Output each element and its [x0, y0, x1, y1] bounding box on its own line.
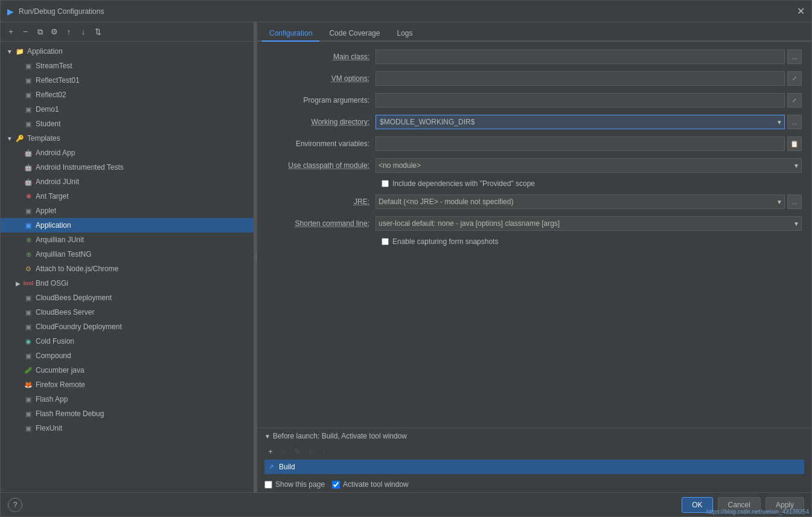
android-icon: 🤖: [24, 148, 33, 158]
vm-options-input-wrap: ⤢: [376, 71, 802, 86]
tree-item-student[interactable]: ▣ Student: [1, 117, 254, 131]
env-vars-input-wrap: 📋: [376, 136, 802, 151]
main-class-input-wrap: …: [376, 50, 802, 64]
bl-add-button[interactable]: +: [264, 445, 277, 457]
spacer: [14, 149, 22, 157]
footer-url: https://blog.csdn.net/weixin_43139254: [706, 509, 809, 515]
bl-edit-button[interactable]: ✎: [291, 445, 303, 457]
bl-remove-button[interactable]: −: [278, 445, 290, 457]
tree-item-cold-fusion[interactable]: ◉ Cold Fusion: [1, 334, 254, 348]
tree-label: StreamTest: [36, 62, 72, 70]
template-icon: 🔑: [15, 133, 25, 143]
classpath-label: Use classpath of module:: [267, 161, 376, 170]
tree-item-flexunit[interactable]: ▣ FlexUnit: [1, 421, 254, 435]
show-page-label[interactable]: Show this page: [275, 480, 325, 489]
bl-item-build[interactable]: ↗ Build: [264, 460, 804, 474]
program-args-row: Program arguments: ⤢: [267, 92, 802, 108]
tree-item-attach-node[interactable]: ⚙ Attach to Node.js/Chrome: [1, 262, 254, 276]
tree-item-demo1[interactable]: ▣ Demo1: [1, 102, 254, 117]
cloudfoundry-icon: ▣: [24, 322, 33, 332]
config-tree[interactable]: ▼ 📁 Application ▣ StreamTest ▣ ReflectTe…: [1, 42, 254, 492]
enable-capturing-label[interactable]: Enable capturing form snapshots: [392, 237, 498, 246]
tree-item-cloudfoundry[interactable]: ▣ CloudFoundry Deployment: [1, 320, 254, 334]
move-down-button[interactable]: ↓: [77, 25, 90, 39]
enable-capturing-checkbox[interactable]: [382, 238, 389, 245]
tree-item-bnd-osgi[interactable]: ▶ bnd Bnd OSGi: [1, 276, 254, 291]
tree-item-android-junit[interactable]: 🤖 Android JUnit: [1, 175, 254, 189]
jre-select[interactable]: Default (<no JRE> - module not specified…: [376, 194, 785, 209]
tree-item-flash-app[interactable]: ▣ Flash App: [1, 392, 254, 406]
tree-item-application[interactable]: ▣ Application: [1, 218, 254, 233]
working-dir-browse-button[interactable]: …: [787, 115, 802, 129]
tree-label: CloudBees Server: [36, 308, 94, 316]
close-button[interactable]: ✕: [794, 5, 807, 18]
before-launch-header[interactable]: ▼ Before launch: Build, Activate tool wi…: [257, 428, 811, 444]
program-args-input[interactable]: [376, 93, 785, 108]
tree-label: Compound: [36, 352, 71, 360]
spacer: [14, 308, 22, 316]
bl-down-button[interactable]: ↓: [318, 445, 330, 457]
program-args-expand-button[interactable]: ⤢: [787, 93, 802, 108]
spacer: [14, 323, 22, 331]
spacer: [14, 236, 22, 244]
spacer: [14, 91, 22, 99]
vm-options-expand-button[interactable]: ⤢: [787, 71, 802, 86]
tree-item-flash-remote-debug[interactable]: ▣ Flash Remote Debug: [1, 406, 254, 421]
help-button[interactable]: ?: [8, 498, 22, 512]
tree-label: Templates: [27, 134, 60, 143]
tree-item-reflecttest01[interactable]: ▣ ReflectTest01: [1, 73, 254, 88]
run-icon: ▣: [24, 119, 33, 129]
tree-item-reflect02[interactable]: ▣ Reflect02: [1, 88, 254, 102]
tree-item-cloudbees-server[interactable]: ▣ CloudBees Server: [1, 305, 254, 320]
working-dir-input[interactable]: [376, 115, 785, 129]
show-page-checkbox[interactable]: [264, 481, 272, 489]
activate-tool-window-label[interactable]: Activate tool window: [343, 480, 409, 489]
activate-tool-window-checkbox[interactable]: [332, 481, 340, 489]
tree-item-templates-group[interactable]: ▼ 🔑 Templates: [1, 131, 254, 146]
remove-config-button[interactable]: −: [19, 25, 32, 39]
main-class-input[interactable]: [376, 50, 785, 64]
tree-item-applet[interactable]: ▣ Applet: [1, 204, 254, 218]
settings-config-button[interactable]: ⚙: [48, 25, 61, 39]
spacer: [14, 250, 22, 258]
add-config-button[interactable]: +: [4, 25, 18, 39]
bl-up-button[interactable]: ↑: [304, 445, 316, 457]
main-class-browse-button[interactable]: …: [787, 50, 802, 64]
build-icon: ↗: [267, 463, 275, 471]
tree-item-android-instrumented[interactable]: 🤖 Android Instrumented Tests: [1, 160, 254, 175]
run-icon: ▣: [24, 90, 33, 100]
classpath-select[interactable]: <no module>: [376, 158, 802, 173]
tree-item-application-group[interactable]: ▼ 📁 Application: [1, 44, 254, 59]
tree-item-arquillian-junit[interactable]: ⊕ Arquillian JUnit: [1, 233, 254, 247]
tree-label: Demo1: [36, 105, 59, 114]
tree-item-cucumber-java[interactable]: 🥒 Cucumber java: [1, 363, 254, 377]
tree-item-cloudbees-deployment[interactable]: ▣ CloudBees Deployment: [1, 291, 254, 305]
vm-options-input[interactable]: [376, 71, 785, 86]
env-vars-browse-button[interactable]: 📋: [787, 136, 802, 151]
left-panel: + − ⧉ ⚙ ↑ ↓ ⇅ ▼ 📁 Application ▣: [1, 22, 254, 492]
tab-code-coverage[interactable]: Code Coverage: [322, 26, 387, 42]
env-vars-input[interactable]: [376, 136, 785, 151]
tree-item-streamtest[interactable]: ▣ StreamTest: [1, 59, 254, 73]
left-toolbar: + − ⧉ ⚙ ↑ ↓ ⇅: [1, 22, 254, 42]
tree-item-android-app[interactable]: 🤖 Android App: [1, 146, 254, 160]
copy-config-button[interactable]: ⧉: [33, 25, 46, 39]
include-dependencies-checkbox[interactable]: [382, 180, 389, 187]
sort-button[interactable]: ⇅: [91, 25, 104, 39]
include-dependencies-label[interactable]: Include dependencies with "Provided" sco…: [392, 179, 535, 188]
spacer: [14, 62, 22, 70]
tree-item-firefox-remote[interactable]: 🦊 Firefox Remote: [1, 377, 254, 392]
tree-label: Firefox Remote: [36, 381, 85, 389]
tree-item-ant-target[interactable]: ✱ Ant Target: [1, 189, 254, 204]
jre-browse-button[interactable]: …: [787, 194, 802, 209]
tree-item-compound[interactable]: ▣ Compound: [1, 348, 254, 363]
move-up-button[interactable]: ↑: [62, 25, 75, 39]
android-icon: 🤖: [24, 162, 33, 172]
bnd-icon: bnd: [24, 278, 33, 288]
tree-item-arquillian-testng[interactable]: ⊕ Arquillian TestNG: [1, 247, 254, 262]
tab-configuration[interactable]: Configuration: [262, 26, 319, 42]
tree-label: Attach to Node.js/Chrome: [36, 265, 118, 273]
tab-logs[interactable]: Logs: [389, 26, 420, 42]
right-panel: Configuration Code Coverage Logs Main cl…: [257, 22, 811, 492]
shorten-cmd-select[interactable]: user-local default: none - java [options…: [376, 216, 802, 231]
